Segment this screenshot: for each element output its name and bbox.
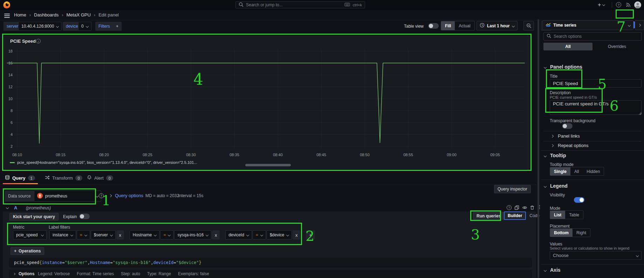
breadcrumb-dashboards[interactable]: Dashboards: [34, 12, 59, 18]
add-filter-variable-button[interactable]: +: [113, 22, 122, 31]
chart-legend[interactable]: pcie_speed{Hostname="sysqa-ins-b16", bio…: [10, 160, 197, 165]
filters-button[interactable]: Filters: [95, 22, 113, 31]
svg-text:8: 8: [11, 109, 13, 113]
filter-name-select[interactable]: instance: [49, 230, 76, 239]
tooltip-mode-all[interactable]: All: [570, 167, 583, 175]
user-avatar[interactable]: [634, 1, 641, 9]
panel-options-chevron-icon[interactable]: [544, 66, 547, 69]
panel-description-textarea[interactable]: PCIE current speed in GT/s: [550, 100, 642, 115]
help-icon[interactable]: ?: [616, 2, 621, 7]
legend-header[interactable]: Legend: [550, 183, 568, 189]
query-options-chevron-icon[interactable]: [109, 194, 112, 197]
tooltip-header[interactable]: Tooltip: [550, 153, 566, 158]
axis-chevron-icon[interactable]: [544, 269, 547, 272]
panel-options-header[interactable]: Panel options: [550, 64, 582, 70]
pane-splitter[interactable]: [537, 19, 539, 278]
remove-filter-button[interactable]: x: [116, 230, 124, 239]
query-options-link[interactable]: Query options: [115, 193, 143, 198]
run-queries-button[interactable]: Run queries: [473, 212, 504, 220]
search-icon: [547, 34, 551, 39]
actual-option[interactable]: Actual: [455, 21, 474, 30]
filter-op-select[interactable]: =: [253, 230, 266, 239]
svg-text:08:20: 08:20: [99, 153, 109, 157]
variable-server-value[interactable]: 10.40.4.126:8000: [18, 22, 62, 31]
search-input[interactable]: Search or jump to... ctrl+k: [235, 1, 365, 8]
tooltip-mode-hidden[interactable]: Hidden: [583, 167, 604, 175]
timeseries-chart[interactable]: 2468101214161808:1008:1508:2008:2508:300…: [5, 46, 529, 158]
delete-query-trash-icon[interactable]: [530, 205, 535, 211]
panel-title-input[interactable]: [550, 79, 642, 88]
time-range-picker[interactable]: Last 1 hour: [477, 21, 518, 30]
add-new-button[interactable]: +: [598, 2, 605, 8]
database-icon: [5, 175, 10, 181]
tab-all[interactable]: All: [543, 43, 592, 50]
visualization-picker[interactable]: Time series: [542, 20, 633, 30]
explain-toggle[interactable]: [79, 214, 90, 219]
query-inspector-button[interactable]: Query inspector: [494, 185, 531, 193]
tab-transform[interactable]: Transform 0: [45, 175, 82, 181]
tooltip-mode-single[interactable]: Single: [550, 167, 570, 175]
panel-title[interactable]: PCIE Speed: [10, 39, 36, 44]
legend-visibility-toggle[interactable]: [574, 197, 584, 203]
kick-start-query-button[interactable]: Kick start your query: [9, 213, 59, 221]
table-view-toggle[interactable]: [428, 23, 439, 29]
code-mode-button[interactable]: Code: [526, 211, 543, 220]
legend-mode-table[interactable]: Table: [565, 211, 583, 219]
svg-text:18: 18: [8, 49, 13, 53]
collapse-sidebar-button[interactable]: [635, 20, 644, 30]
filter-value-select[interactable]: sysqa-ins-b16: [174, 230, 211, 239]
horizontal-scrollbar[interactable]: [245, 164, 291, 166]
filter-value-select[interactable]: $device: [267, 230, 292, 239]
tab-overrides[interactable]: Overrides: [592, 43, 642, 50]
query-ref-id[interactable]: A: [14, 205, 17, 210]
transparent-background-toggle[interactable]: [562, 123, 573, 129]
builder-mode-button[interactable]: Builder: [504, 211, 526, 220]
d: [543, 131, 642, 131]
breadcrumb-home[interactable]: Home: [14, 12, 26, 18]
add-operations-button[interactable]: +Operations: [11, 247, 44, 255]
repeat-options-section[interactable]: Repeat options: [558, 143, 588, 148]
legend-placement-right[interactable]: Right: [573, 229, 590, 237]
axis-header[interactable]: Axis: [550, 267, 561, 273]
tab-alert[interactable]: Alert 0: [87, 175, 113, 181]
panel-links-section[interactable]: Panel links: [558, 133, 580, 139]
textarea-resize-handle[interactable]: [638, 112, 642, 115]
filter-op-select[interactable]: =: [160, 230, 173, 239]
variable-device-value[interactable]: 0: [78, 22, 91, 31]
tooltip-chevron-icon[interactable]: [544, 154, 547, 157]
news-rss-icon[interactable]: [626, 2, 631, 8]
panel-info-icon[interactable]: i: [36, 39, 41, 43]
filter-name-select[interactable]: Hostname: [130, 230, 160, 239]
tab-query[interactable]: Query 1: [5, 175, 35, 181]
grafana-logo[interactable]: [3, 1, 11, 10]
fill-actual-switch[interactable]: Fill Actual: [441, 21, 475, 30]
query-help-icon[interactable]: ?: [507, 205, 512, 210]
plus-icon: +: [598, 2, 601, 8]
query-expression-bar[interactable]: pcie_speed{instance="$server",Hostname="…: [9, 258, 532, 267]
remove-filter-button[interactable]: x: [293, 230, 300, 239]
fill-option[interactable]: Fill: [441, 21, 455, 30]
label-filter: deviceId = $device x: [225, 230, 300, 239]
breadcrumb-dashboard-name[interactable]: MetaX GPU: [66, 12, 90, 18]
zoom-out-button[interactable]: [523, 21, 534, 30]
options-search-input[interactable]: Search options: [543, 32, 642, 41]
filter-name-select[interactable]: deviceId: [225, 230, 252, 239]
datasource-help-icon[interactable]: ?: [99, 193, 104, 198]
datasource-select[interactable]: prometheus: [34, 190, 101, 202]
menu-icon[interactable]: [4, 13, 10, 19]
query-collapse-icon[interactable]: [6, 206, 9, 209]
duplicate-query-icon[interactable]: [514, 205, 519, 211]
filter-value-select[interactable]: $server: [91, 230, 116, 239]
legend-chevron-icon[interactable]: [544, 185, 547, 188]
legend-placement-bottom[interactable]: Bottom: [550, 229, 573, 237]
query-options-row[interactable]: Options Legend: VerboseFormat: Time seri…: [9, 270, 532, 278]
metric-select[interactable]: pcie_speed: [13, 230, 47, 239]
legend-mode-switch: List Table: [550, 210, 583, 219]
legend-mode-list[interactable]: List: [550, 211, 565, 219]
hide-query-eye-icon[interactable]: [522, 205, 527, 211]
filter-op-select[interactable]: =: [77, 230, 90, 239]
datasource-picker[interactable]: Data source prometheus: [5, 190, 101, 202]
legend-values-select[interactable]: Choose: [550, 251, 642, 260]
remove-filter-button[interactable]: x: [212, 230, 220, 239]
add-label-filter-button[interactable]: +: [306, 230, 315, 239]
